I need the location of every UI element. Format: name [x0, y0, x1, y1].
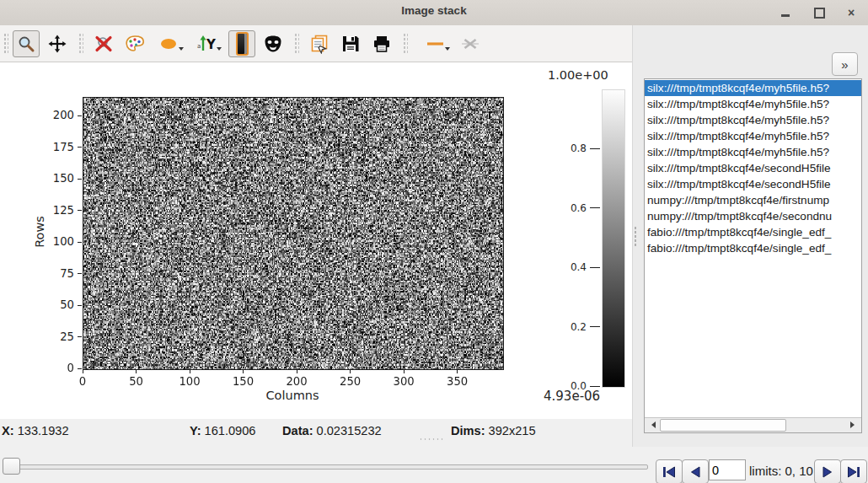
x-tick-label: 200 — [280, 375, 313, 388]
position-statusbar: X: 133.1932 Y: 161.0906 Data: 0.02315232… — [0, 419, 632, 447]
colorbar-tick-label: 0.0 — [549, 380, 587, 392]
toolbar-separator — [403, 33, 408, 55]
scroll-left-button[interactable] — [645, 418, 659, 432]
maximize-button[interactable] — [812, 6, 826, 19]
colormap-button[interactable] — [121, 30, 148, 57]
floppy-disk-icon — [341, 35, 360, 53]
y-tick-label: 50 — [47, 298, 74, 311]
colorbar-tick-label: 0.2 — [549, 321, 587, 333]
x-tick-mark — [297, 370, 297, 373]
x-tick-mark — [350, 370, 351, 373]
toolbar-separator — [78, 33, 83, 55]
y-tick-label: 75 — [47, 267, 74, 280]
stack-url-item[interactable]: silx:///tmp/tmpt8kcqf4e/myh5file.h5? — [645, 80, 861, 96]
expand-browser-button[interactable]: » — [832, 52, 858, 76]
y-tick-mark — [78, 115, 82, 116]
profile-line-button[interactable] — [419, 30, 453, 57]
y-tick-mark — [78, 147, 82, 148]
stack-url-item[interactable]: silx:///tmp/tmpt8kcqf4e/myh5file.h5? — [645, 112, 861, 128]
y-tick-label: 100 — [47, 235, 74, 248]
stack-url-item[interactable]: silx:///tmp/tmpt8kcqf4e/myh5file.h5? — [645, 96, 861, 112]
stack-url-item[interactable]: silx:///tmp/tmpt8kcqf4e/myh5file.h5? — [645, 144, 861, 160]
print-button[interactable] — [368, 30, 395, 57]
y-tick-label: 0 — [47, 362, 74, 374]
y-axis-orientation-button[interactable]: a Y — [190, 30, 224, 57]
colorbar-tick-mark — [590, 386, 600, 387]
colorbar-tick-label: 0.4 — [549, 261, 587, 273]
mask-tool-button[interactable] — [260, 30, 287, 57]
previous-frame-button[interactable] — [682, 459, 709, 483]
splitter-handle[interactable] — [419, 437, 444, 441]
left-arrow-icon — [648, 421, 656, 428]
url-list-widget[interactable]: silx:///tmp/tmpt8kcqf4e/myh5file.h5? sil… — [644, 78, 862, 433]
frame-slider-handle[interactable] — [3, 458, 20, 475]
stack-url-item[interactable]: silx:///tmp/tmpt8kcqf4e/myh5file.h5? — [645, 128, 861, 144]
magnifier-red-cross-icon — [94, 35, 113, 53]
copy-to-clipboard-button[interactable] — [306, 30, 333, 57]
clear-profile-button[interactable] — [457, 30, 484, 57]
stack-browser-panel: » silx:///tmp/tmpt8kcqf4e/myh5file.h5? s… — [637, 25, 868, 447]
first-frame-button[interactable] — [656, 459, 683, 483]
y-axis-up-arrow-icon: a Y — [196, 35, 218, 53]
status-data-label: Data: — [282, 424, 313, 437]
plot-toolbar: a Y — [0, 25, 632, 62]
x-tick-label: 100 — [173, 375, 206, 388]
svg-text:a: a — [197, 43, 201, 50]
scroll-right-button[interactable] — [847, 418, 861, 432]
x-tick-label: 150 — [227, 375, 260, 388]
next-frame-button[interactable] — [814, 459, 841, 483]
colorbar-tick-mark — [590, 148, 600, 149]
noise-image[interactable] — [83, 97, 504, 370]
double-chevron-icon: » — [841, 57, 848, 72]
x-tick-label: 350 — [441, 375, 474, 388]
window-title: Image stack — [0, 4, 868, 17]
close-icon: × — [848, 6, 855, 19]
orange-line-icon — [426, 35, 446, 53]
minimize-button[interactable] — [779, 6, 792, 19]
stack-url-item[interactable]: numpy:///tmp/tmpt8kcqf4e/secondnu — [645, 208, 861, 224]
frame-number-input[interactable] — [709, 459, 746, 480]
status-dims-label: Dims: — [451, 424, 485, 437]
status-y-value: 161.0906 — [205, 424, 256, 437]
zoom-mode-button[interactable] — [13, 30, 40, 57]
toolbar-grip[interactable] — [3, 33, 8, 55]
scrollbar-thumb[interactable] — [660, 419, 786, 432]
close-button[interactable]: × — [844, 6, 858, 19]
colorbar-toggle-button[interactable] — [228, 30, 255, 57]
colorbar-tick-mark — [590, 326, 600, 327]
pan-arrows-icon — [48, 35, 67, 53]
x-tick-label: 50 — [120, 375, 153, 388]
stack-url-item[interactable]: numpy:///tmp/tmpt8kcqf4e/firstnump — [645, 192, 861, 208]
dropdown-arrow-icon — [445, 47, 450, 53]
svg-text:Y: Y — [206, 37, 217, 52]
horizontal-scrollbar[interactable] — [645, 417, 861, 432]
frame-navigation-bar: limits: 0, 10 — [0, 447, 868, 483]
y-tick-mark — [78, 336, 82, 337]
maximize-icon — [814, 8, 825, 19]
stack-url-item[interactable]: fabio:///tmp/tmpt8kcqf4e/single_edf_ — [645, 224, 861, 240]
skip-to-end-icon — [847, 466, 860, 478]
zoom-reset-button[interactable] — [90, 30, 117, 57]
status-y-label: Y: — [190, 424, 201, 437]
colorbar-tick-label: 0.6 — [549, 202, 587, 214]
stack-url-item[interactable]: fabio:///tmp/tmpt8kcqf4e/single_edf_ — [645, 240, 861, 256]
stack-url-item[interactable]: silx:///tmp/tmpt8kcqf4e/secondH5file — [645, 176, 861, 192]
orange-ellipse-icon — [159, 35, 179, 53]
titlebar: Image stack × — [0, 0, 868, 26]
status-data-value: 0.02315232 — [317, 424, 382, 437]
colorbar-tick-mark — [590, 267, 600, 268]
status-x-value: 133.1932 — [18, 424, 69, 437]
next-arrow-icon — [821, 466, 834, 478]
colorbar-gradient[interactable] — [602, 89, 625, 388]
status-dims: Dims: 392x215 — [451, 424, 536, 437]
save-button[interactable] — [337, 30, 364, 57]
colorbar-icon — [236, 32, 249, 56]
stack-url-item[interactable]: silx:///tmp/tmpt8kcqf4e/secondH5file — [645, 160, 861, 176]
frame-slider[interactable] — [3, 464, 648, 470]
dropdown-arrow-icon — [217, 47, 222, 53]
x-axis-label: Columns — [265, 389, 319, 402]
pan-mode-button[interactable] — [44, 30, 71, 57]
aspect-ratio-button[interactable] — [153, 30, 186, 57]
last-frame-button[interactable] — [840, 459, 867, 483]
x-tick-label: 300 — [387, 375, 421, 388]
